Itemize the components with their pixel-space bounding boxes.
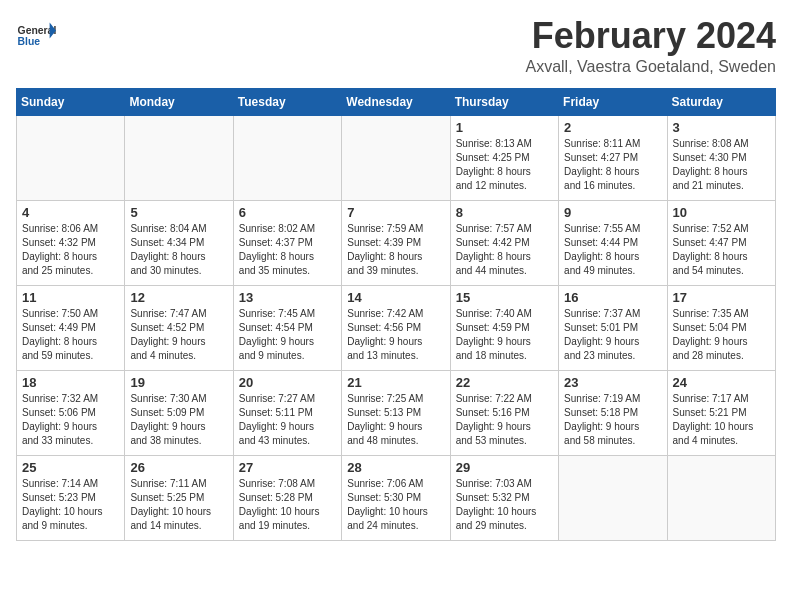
day-info: Sunrise: 7:22 AM Sunset: 5:16 PM Dayligh… [456, 392, 553, 448]
day-info: Sunrise: 7:57 AM Sunset: 4:42 PM Dayligh… [456, 222, 553, 278]
calendar-cell: 10Sunrise: 7:52 AM Sunset: 4:47 PM Dayli… [667, 200, 775, 285]
calendar-cell: 9Sunrise: 7:55 AM Sunset: 4:44 PM Daylig… [559, 200, 667, 285]
day-number: 21 [347, 375, 444, 390]
logo: General Blue [16, 16, 58, 56]
calendar-cell: 8Sunrise: 7:57 AM Sunset: 4:42 PM Daylig… [450, 200, 558, 285]
calendar-cell: 6Sunrise: 8:02 AM Sunset: 4:37 PM Daylig… [233, 200, 341, 285]
day-number: 12 [130, 290, 227, 305]
calendar-week-row: 25Sunrise: 7:14 AM Sunset: 5:23 PM Dayli… [17, 455, 776, 540]
day-number: 11 [22, 290, 119, 305]
day-info: Sunrise: 7:45 AM Sunset: 4:54 PM Dayligh… [239, 307, 336, 363]
day-number: 6 [239, 205, 336, 220]
calendar-cell: 26Sunrise: 7:11 AM Sunset: 5:25 PM Dayli… [125, 455, 233, 540]
day-info: Sunrise: 8:06 AM Sunset: 4:32 PM Dayligh… [22, 222, 119, 278]
day-info: Sunrise: 7:50 AM Sunset: 4:49 PM Dayligh… [22, 307, 119, 363]
page-header: General Blue February 2024 Axvall, Vaest… [16, 16, 776, 76]
calendar-cell: 22Sunrise: 7:22 AM Sunset: 5:16 PM Dayli… [450, 370, 558, 455]
calendar-cell: 15Sunrise: 7:40 AM Sunset: 4:59 PM Dayli… [450, 285, 558, 370]
day-info: Sunrise: 8:08 AM Sunset: 4:30 PM Dayligh… [673, 137, 770, 193]
day-info: Sunrise: 7:06 AM Sunset: 5:30 PM Dayligh… [347, 477, 444, 533]
day-number: 25 [22, 460, 119, 475]
day-number: 23 [564, 375, 661, 390]
calendar-cell [233, 115, 341, 200]
calendar-cell: 1Sunrise: 8:13 AM Sunset: 4:25 PM Daylig… [450, 115, 558, 200]
calendar-cell: 16Sunrise: 7:37 AM Sunset: 5:01 PM Dayli… [559, 285, 667, 370]
calendar-cell: 4Sunrise: 8:06 AM Sunset: 4:32 PM Daylig… [17, 200, 125, 285]
day-info: Sunrise: 7:42 AM Sunset: 4:56 PM Dayligh… [347, 307, 444, 363]
calendar-cell [559, 455, 667, 540]
svg-text:Blue: Blue [18, 36, 41, 47]
day-number: 10 [673, 205, 770, 220]
day-number: 7 [347, 205, 444, 220]
calendar-cell [342, 115, 450, 200]
day-info: Sunrise: 7:40 AM Sunset: 4:59 PM Dayligh… [456, 307, 553, 363]
day-of-week-header: Tuesday [233, 88, 341, 115]
calendar-cell: 12Sunrise: 7:47 AM Sunset: 4:52 PM Dayli… [125, 285, 233, 370]
calendar-cell: 25Sunrise: 7:14 AM Sunset: 5:23 PM Dayli… [17, 455, 125, 540]
day-info: Sunrise: 7:32 AM Sunset: 5:06 PM Dayligh… [22, 392, 119, 448]
calendar-week-row: 1Sunrise: 8:13 AM Sunset: 4:25 PM Daylig… [17, 115, 776, 200]
day-info: Sunrise: 7:17 AM Sunset: 5:21 PM Dayligh… [673, 392, 770, 448]
day-number: 8 [456, 205, 553, 220]
day-number: 26 [130, 460, 227, 475]
calendar-cell: 23Sunrise: 7:19 AM Sunset: 5:18 PM Dayli… [559, 370, 667, 455]
calendar-cell: 24Sunrise: 7:17 AM Sunset: 5:21 PM Dayli… [667, 370, 775, 455]
calendar-cell: 20Sunrise: 7:27 AM Sunset: 5:11 PM Dayli… [233, 370, 341, 455]
calendar-cell: 11Sunrise: 7:50 AM Sunset: 4:49 PM Dayli… [17, 285, 125, 370]
calendar-cell: 29Sunrise: 7:03 AM Sunset: 5:32 PM Dayli… [450, 455, 558, 540]
day-info: Sunrise: 8:13 AM Sunset: 4:25 PM Dayligh… [456, 137, 553, 193]
day-info: Sunrise: 7:35 AM Sunset: 5:04 PM Dayligh… [673, 307, 770, 363]
day-info: Sunrise: 7:11 AM Sunset: 5:25 PM Dayligh… [130, 477, 227, 533]
day-number: 9 [564, 205, 661, 220]
day-number: 16 [564, 290, 661, 305]
calendar-week-row: 4Sunrise: 8:06 AM Sunset: 4:32 PM Daylig… [17, 200, 776, 285]
day-info: Sunrise: 7:52 AM Sunset: 4:47 PM Dayligh… [673, 222, 770, 278]
day-number: 20 [239, 375, 336, 390]
day-info: Sunrise: 8:11 AM Sunset: 4:27 PM Dayligh… [564, 137, 661, 193]
day-of-week-header: Thursday [450, 88, 558, 115]
calendar-cell: 7Sunrise: 7:59 AM Sunset: 4:39 PM Daylig… [342, 200, 450, 285]
day-number: 3 [673, 120, 770, 135]
day-number: 17 [673, 290, 770, 305]
day-info: Sunrise: 7:30 AM Sunset: 5:09 PM Dayligh… [130, 392, 227, 448]
day-number: 24 [673, 375, 770, 390]
day-info: Sunrise: 7:37 AM Sunset: 5:01 PM Dayligh… [564, 307, 661, 363]
day-number: 2 [564, 120, 661, 135]
day-of-week-header: Monday [125, 88, 233, 115]
day-number: 15 [456, 290, 553, 305]
calendar-cell: 27Sunrise: 7:08 AM Sunset: 5:28 PM Dayli… [233, 455, 341, 540]
day-number: 4 [22, 205, 119, 220]
calendar-cell: 21Sunrise: 7:25 AM Sunset: 5:13 PM Dayli… [342, 370, 450, 455]
day-info: Sunrise: 7:14 AM Sunset: 5:23 PM Dayligh… [22, 477, 119, 533]
day-of-week-header: Wednesday [342, 88, 450, 115]
calendar-header-row: SundayMondayTuesdayWednesdayThursdayFrid… [17, 88, 776, 115]
day-of-week-header: Saturday [667, 88, 775, 115]
day-number: 29 [456, 460, 553, 475]
day-info: Sunrise: 7:25 AM Sunset: 5:13 PM Dayligh… [347, 392, 444, 448]
day-number: 19 [130, 375, 227, 390]
calendar-table: SundayMondayTuesdayWednesdayThursdayFrid… [16, 88, 776, 541]
calendar-cell: 17Sunrise: 7:35 AM Sunset: 5:04 PM Dayli… [667, 285, 775, 370]
day-info: Sunrise: 7:08 AM Sunset: 5:28 PM Dayligh… [239, 477, 336, 533]
calendar-cell: 3Sunrise: 8:08 AM Sunset: 4:30 PM Daylig… [667, 115, 775, 200]
day-number: 27 [239, 460, 336, 475]
calendar-week-row: 18Sunrise: 7:32 AM Sunset: 5:06 PM Dayli… [17, 370, 776, 455]
day-number: 18 [22, 375, 119, 390]
calendar-cell: 19Sunrise: 7:30 AM Sunset: 5:09 PM Dayli… [125, 370, 233, 455]
day-number: 14 [347, 290, 444, 305]
calendar-cell [667, 455, 775, 540]
calendar-cell: 13Sunrise: 7:45 AM Sunset: 4:54 PM Dayli… [233, 285, 341, 370]
calendar-cell: 28Sunrise: 7:06 AM Sunset: 5:30 PM Dayli… [342, 455, 450, 540]
calendar-cell: 2Sunrise: 8:11 AM Sunset: 4:27 PM Daylig… [559, 115, 667, 200]
day-info: Sunrise: 8:02 AM Sunset: 4:37 PM Dayligh… [239, 222, 336, 278]
calendar-cell: 14Sunrise: 7:42 AM Sunset: 4:56 PM Dayli… [342, 285, 450, 370]
day-info: Sunrise: 7:03 AM Sunset: 5:32 PM Dayligh… [456, 477, 553, 533]
calendar-cell: 5Sunrise: 8:04 AM Sunset: 4:34 PM Daylig… [125, 200, 233, 285]
day-number: 1 [456, 120, 553, 135]
calendar-cell [125, 115, 233, 200]
day-info: Sunrise: 7:59 AM Sunset: 4:39 PM Dayligh… [347, 222, 444, 278]
day-of-week-header: Sunday [17, 88, 125, 115]
day-of-week-header: Friday [559, 88, 667, 115]
day-number: 13 [239, 290, 336, 305]
title-section: February 2024 Axvall, Vaestra Goetaland,… [525, 16, 776, 76]
